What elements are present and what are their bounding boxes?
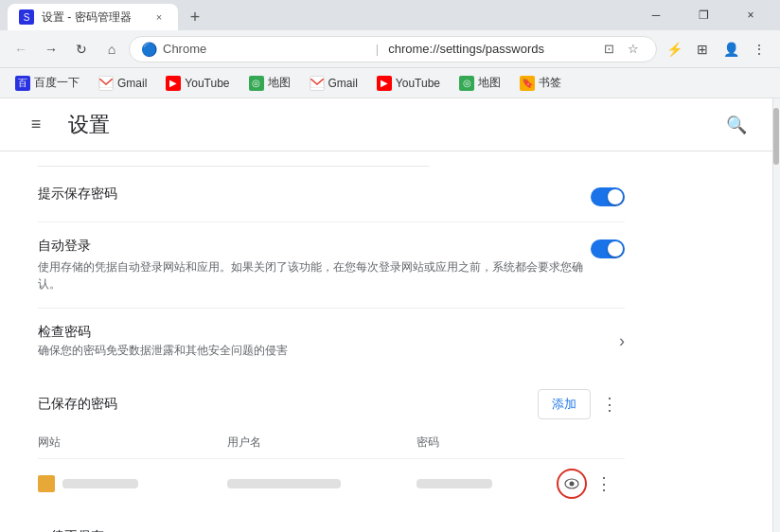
- address-actions: ⊡ ☆: [597, 38, 645, 61]
- tab-bar: S 设置 - 密码管理器 × +: [8, 0, 634, 30]
- site-favicon: [38, 475, 55, 492]
- auto-login-label: 自动登录: [38, 238, 591, 255]
- tab-close-button[interactable]: ×: [151, 9, 167, 25]
- offer-save-toggle-knob: [608, 189, 623, 204]
- offer-save-info: 提示保存密码: [38, 186, 591, 206]
- browser-content: ≡ 设置 🔍 ─────────────────────────────────…: [0, 98, 780, 532]
- eye-icon: [564, 478, 579, 489]
- settings-main[interactable]: ≡ 设置 🔍 ─────────────────────────────────…: [0, 98, 772, 532]
- chevron-right-icon: ›: [619, 331, 625, 351]
- restore-button[interactable]: ❐: [682, 0, 725, 30]
- settings-header: ≡ 设置 🔍: [0, 98, 772, 151]
- auto-login-info: 自动登录 使用存储的凭据自动登录网站和应用。如果关闭了该功能，在您每次登录网站或…: [38, 238, 591, 293]
- tab-favicon: S: [19, 9, 34, 25]
- bookmarks-bar: 百 百度一下 Gmail ▶ YouTube ◎ 地图 Gmail ▶ YouT…: [0, 68, 780, 98]
- table-header: 网站 用户名 密码: [38, 427, 625, 458]
- row-actions: ⋮: [557, 469, 625, 499]
- map2-label: 地图: [478, 75, 501, 91]
- gmail2-label: Gmail: [328, 77, 358, 90]
- bookmark-bookmarks[interactable]: 🔖 书签: [512, 72, 569, 95]
- reload-button[interactable]: ↻: [68, 36, 95, 62]
- bookmark-star-button[interactable]: ☆: [622, 38, 645, 61]
- saved-passwords-more-button[interactable]: ⋮: [594, 389, 625, 419]
- passwords-table: 网站 用户名 密码: [38, 427, 625, 508]
- youtube1-label: YouTube: [185, 77, 229, 90]
- username-placeholder: [227, 479, 341, 488]
- map2-icon: ◎: [459, 76, 474, 91]
- window-controls: ─ ❐ ×: [634, 0, 772, 30]
- extensions-button[interactable]: ⊞: [689, 36, 716, 62]
- site-cell: [38, 475, 227, 492]
- bookmark-youtube2[interactable]: ▶ YouTube: [369, 72, 448, 95]
- performance-button[interactable]: ⚡: [661, 36, 687, 62]
- check-password-desc: 确保您的密码免受数据泄露和其他安全问题的侵害: [38, 343, 619, 359]
- offer-save-toggle[interactable]: [591, 187, 625, 206]
- scrollbar[interactable]: [772, 98, 780, 532]
- browser-actions: ⚡ ⊞ 👤 ⋮: [661, 36, 772, 62]
- brand-label: Chrome: [163, 42, 366, 56]
- separator: |: [376, 42, 379, 56]
- saved-passwords-header: 已保存的密码 添加 ⋮: [38, 374, 625, 427]
- check-password-row[interactable]: 检查密码 确保您的密码免受数据泄露和其他安全问题的侵害 ›: [38, 309, 625, 374]
- hamburger-button[interactable]: ≡: [19, 108, 53, 142]
- minimize-button[interactable]: ─: [634, 0, 678, 30]
- address-bar: ← → ↻ ⌂ 🔵 Chrome | chrome://settings/pas…: [0, 30, 780, 68]
- row-more-button[interactable]: ⋮: [589, 469, 619, 499]
- saved-passwords-title: 已保存的密码: [38, 396, 538, 413]
- bookmark-map2[interactable]: ◎ 地图: [452, 72, 508, 95]
- password-placeholder: [417, 479, 492, 488]
- offer-save-row: 提示保存密码: [38, 170, 625, 222]
- home-button[interactable]: ⌂: [98, 36, 125, 62]
- password-cell: [417, 479, 557, 488]
- auto-login-toggle[interactable]: [591, 239, 625, 258]
- profile-button[interactable]: 👤: [718, 36, 744, 62]
- reveal-password-button[interactable]: [557, 469, 587, 499]
- gmail1-icon: [98, 76, 114, 91]
- username-cell: [227, 479, 417, 488]
- bookmarks-label: 书签: [539, 75, 561, 91]
- check-password-info: 检查密码 确保您的密码免受数据泄露和其他安全问题的侵害: [38, 324, 619, 359]
- table-row: ⋮: [38, 458, 625, 508]
- gmail1-label: Gmail: [117, 77, 147, 90]
- col-header-actions: [557, 434, 625, 451]
- top-clipped-content: ────────────────────────────────────────…: [0, 151, 772, 170]
- youtube2-icon: ▶: [377, 76, 392, 91]
- bookmarks-icon: 🔖: [520, 76, 535, 91]
- auto-login-desc: 使用存储的凭据自动登录网站和应用。如果关闭了该功能，在您每次登录网站或应用之前，…: [38, 258, 591, 293]
- baidu-icon: 百: [15, 76, 30, 91]
- bookmark-gmail1[interactable]: Gmail: [91, 72, 154, 95]
- never-saved-label: 一律不保存: [38, 528, 104, 532]
- offer-save-label: 提示保存密码: [38, 186, 591, 203]
- close-button[interactable]: ×: [729, 0, 772, 30]
- baidu-label: 百度一下: [34, 75, 80, 91]
- address-box[interactable]: 🔵 Chrome | chrome://settings/passwords ⊡…: [129, 36, 657, 62]
- qr-button[interactable]: ⊡: [597, 38, 620, 61]
- site-name-placeholder: [62, 479, 138, 488]
- add-password-button[interactable]: 添加: [538, 389, 591, 419]
- active-tab[interactable]: S 设置 - 密码管理器 ×: [8, 4, 178, 30]
- youtube2-label: YouTube: [396, 77, 440, 90]
- col-header-username: 用户名: [227, 434, 417, 451]
- never-saved-section: 一律不保存: [38, 508, 625, 532]
- forward-button[interactable]: →: [38, 36, 64, 62]
- youtube1-icon: ▶: [166, 76, 181, 91]
- settings-title: 设置: [68, 111, 110, 139]
- bookmark-map1[interactable]: ◎ 地图: [241, 72, 298, 95]
- offer-save-control: [591, 186, 625, 206]
- settings-search-button[interactable]: 🔍: [719, 108, 753, 142]
- new-tab-button[interactable]: +: [182, 4, 208, 30]
- auto-login-row: 自动登录 使用存储的凭据自动登录网站和应用。如果关闭了该功能，在您每次登录网站或…: [38, 222, 625, 309]
- bookmark-baidu[interactable]: 百 百度一下: [8, 72, 87, 95]
- gmail2-icon: [310, 76, 325, 91]
- map1-icon: ◎: [249, 76, 264, 91]
- bookmark-youtube1[interactable]: ▶ YouTube: [158, 72, 237, 95]
- auto-login-control: [591, 238, 625, 258]
- scroll-thumb[interactable]: [773, 108, 779, 165]
- title-bar: S 设置 - 密码管理器 × + ─ ❐ ×: [0, 0, 780, 30]
- auto-login-toggle-knob: [608, 241, 623, 257]
- back-button[interactable]: ←: [8, 36, 34, 62]
- col-header-site: 网站: [38, 434, 227, 451]
- url-text: chrome://settings/passwords: [388, 42, 592, 56]
- menu-button[interactable]: ⋮: [746, 36, 772, 62]
- bookmark-gmail2[interactable]: Gmail: [302, 72, 365, 95]
